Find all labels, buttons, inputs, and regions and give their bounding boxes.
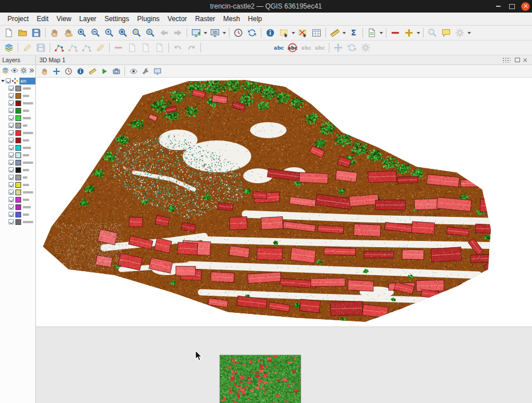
digitize-segment-button[interactable] [94, 42, 107, 54]
class-checkbox[interactable] [9, 212, 14, 217]
minimize-button[interactable] [494, 2, 503, 11]
menu-view[interactable]: View [53, 13, 75, 25]
layer-class-row[interactable] [0, 136, 35, 144]
camera-pan-button[interactable] [39, 66, 50, 76]
class-checkbox[interactable] [9, 167, 14, 172]
class-color-swatch[interactable] [15, 190, 21, 195]
window-titlebar[interactable]: trencin-castle2 — QGIS 636195ec41 [0, 0, 532, 13]
class-checkbox[interactable] [9, 130, 14, 135]
zoom-native-button[interactable] [103, 27, 116, 39]
add-layer-dropdown[interactable] [416, 27, 421, 39]
new-3d-map-view-dropdown[interactable] [222, 27, 227, 39]
user-help-button[interactable] [440, 27, 453, 39]
menu-edit[interactable]: Edit [33, 13, 53, 25]
layer-class-row[interactable] [0, 99, 35, 107]
layout-manager-dropdown[interactable] [379, 27, 384, 39]
class-color-swatch[interactable] [15, 108, 21, 114]
class-color-swatch[interactable] [15, 123, 21, 128]
map2d-viewport[interactable] [36, 327, 532, 403]
measure-3d-button[interactable] [87, 66, 98, 76]
float-panel-icon[interactable] [514, 57, 521, 63]
expand-caret-icon[interactable] [1, 80, 5, 82]
add-layer-button[interactable] [402, 27, 416, 39]
toggle-editing-button[interactable] [21, 42, 34, 54]
temporal-controller-button[interactable] [232, 27, 245, 39]
deselect-features-button[interactable] [296, 27, 309, 39]
class-color-swatch[interactable] [15, 212, 21, 217]
new-map-view-button[interactable] [190, 27, 203, 39]
zoom-to-layer-button[interactable] [144, 27, 157, 39]
menu-plugins[interactable]: Plugins [133, 13, 163, 25]
menu-raster[interactable]: Raster [191, 13, 219, 25]
paste-features-button[interactable] [153, 42, 166, 54]
open-attribute-table-button[interactable] [310, 27, 323, 39]
toolbar-overflow-button[interactable] [29, 66, 34, 75]
class-checkbox[interactable] [9, 100, 14, 106]
zoom-in-button[interactable] [75, 27, 88, 39]
layer-diagram-options-button[interactable] [286, 42, 299, 54]
class-checkbox[interactable] [9, 86, 14, 91]
open-project-button[interactable] [16, 27, 29, 39]
animation-timer-button[interactable] [63, 66, 74, 76]
class-checkbox[interactable] [9, 182, 14, 187]
zoom-next-button[interactable] [171, 27, 184, 39]
open-layer-styling-dock-button[interactable] [2, 66, 9, 75]
layer-class-row[interactable] [0, 114, 35, 122]
close-button[interactable] [521, 2, 530, 11]
vertex-tool-button[interactable] [53, 42, 66, 54]
layer-class-row[interactable] [0, 166, 35, 174]
class-color-swatch[interactable] [15, 130, 21, 136]
save-project-button[interactable] [30, 27, 43, 39]
menu-settings[interactable]: Settings [100, 13, 133, 25]
camera-move-button[interactable] [51, 66, 62, 76]
class-color-swatch[interactable] [15, 100, 21, 106]
cut-features-button[interactable] [126, 42, 139, 54]
layer-class-row[interactable] [0, 151, 35, 159]
statistical-summary-button[interactable] [347, 27, 360, 39]
layer-class-row[interactable] [0, 181, 35, 188]
layer-class-row[interactable] [0, 203, 35, 211]
class-checkbox[interactable] [9, 123, 14, 128]
map2d-canvas[interactable] [220, 355, 301, 403]
menu-layer[interactable]: Layer [75, 13, 100, 25]
measure-dropdown[interactable] [342, 27, 346, 39]
zoom-full-button[interactable] [116, 27, 130, 39]
add-line-feature-button[interactable] [80, 42, 93, 54]
map3d-panel-header[interactable]: 3D Map 1 [36, 55, 532, 65]
delete-selected-button[interactable] [112, 42, 125, 54]
class-color-swatch[interactable] [15, 160, 21, 166]
identify-3d-button[interactable] [75, 66, 86, 76]
measure-button[interactable] [328, 27, 341, 39]
select-features-dropdown[interactable] [291, 27, 296, 39]
new-3d-view-button[interactable] [152, 66, 163, 76]
layer-class-row[interactable] [0, 196, 35, 203]
class-color-swatch[interactable] [15, 86, 21, 91]
identify-features-button[interactable] [264, 27, 277, 39]
class-checkbox[interactable] [9, 108, 14, 113]
locator-zoom-button[interactable] [426, 27, 439, 39]
configure-3d-button[interactable] [140, 66, 151, 76]
layer-class-row[interactable] [0, 92, 35, 99]
menu-vector[interactable]: Vector [164, 13, 191, 25]
zoom-out-button[interactable] [89, 27, 102, 39]
point-cloud-canvas[interactable] [36, 78, 532, 327]
show-hidden-labels-button[interactable] [313, 42, 327, 54]
show-eye-dome-button[interactable] [128, 66, 139, 76]
remove-layer-button[interactable] [389, 27, 402, 39]
copy-features-button[interactable] [139, 42, 152, 54]
layer-class-row[interactable] [0, 84, 35, 92]
save-scene-image-button[interactable] [111, 66, 122, 76]
highlight-pinned-labels-button[interactable] [300, 42, 313, 54]
select-features-button[interactable] [277, 27, 291, 39]
zoom-to-selection-button[interactable] [130, 27, 143, 39]
class-checkbox[interactable] [9, 197, 14, 202]
layer-labeling-options-button[interactable] [272, 42, 285, 54]
class-checkbox[interactable] [9, 219, 14, 224]
layer-class-row[interactable] [0, 218, 35, 225]
rotate-label-button[interactable] [345, 42, 358, 54]
class-color-swatch[interactable] [15, 167, 21, 173]
new-project-button[interactable] [2, 27, 15, 39]
pan-to-selection-button[interactable] [62, 27, 75, 39]
add-point-feature-button[interactable] [66, 42, 79, 54]
undo-button[interactable] [171, 42, 184, 54]
